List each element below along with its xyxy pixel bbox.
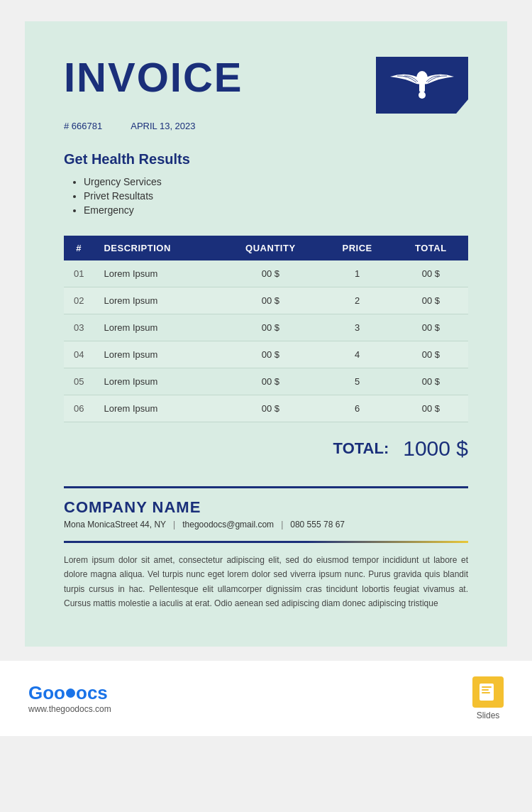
cell-qty: 00 $ bbox=[220, 395, 321, 422]
svg-rect-5 bbox=[482, 689, 489, 691]
list-item: Emergency bbox=[84, 204, 468, 216]
cell-price: 1 bbox=[321, 260, 394, 287]
col-header-desc: DESCRIPTION bbox=[94, 236, 219, 260]
table-row: 03 Lorem Ipsum 00 $ 3 00 $ bbox=[64, 314, 468, 341]
svg-rect-4 bbox=[482, 686, 492, 688]
company-name: COMPANY NAME bbox=[64, 498, 468, 517]
cell-qty: 00 $ bbox=[220, 287, 321, 314]
cell-desc: Lorem Ipsum bbox=[94, 395, 219, 422]
slides-file-icon bbox=[472, 676, 504, 708]
svg-point-2 bbox=[419, 92, 426, 99]
service-list: Urgency Services Privet Resultats Emerge… bbox=[64, 176, 468, 216]
cell-qty: 00 $ bbox=[220, 314, 321, 341]
invoice-table: # DESCRIPTION QUANTITY PRICE TOTAL 01 Lo… bbox=[64, 236, 468, 422]
col-header-total: TOTAL bbox=[394, 236, 468, 260]
cell-qty: 00 $ bbox=[220, 368, 321, 395]
cell-desc: Lorem Ipsum bbox=[94, 287, 219, 314]
divider-line bbox=[64, 541, 468, 543]
cell-price: 2 bbox=[321, 287, 394, 314]
col-header-qty: QUANTITY bbox=[220, 236, 321, 260]
cell-qty: 00 $ bbox=[220, 341, 321, 368]
col-header-num: # bbox=[64, 236, 94, 260]
brand-d-circle bbox=[66, 688, 75, 698]
cell-total: 00 $ bbox=[394, 314, 468, 341]
invoice-number: # 666781 bbox=[64, 121, 102, 131]
brand-docs: ocs bbox=[76, 682, 108, 704]
cell-price: 3 bbox=[321, 314, 394, 341]
table-row: 04 Lorem Ipsum 00 $ 4 00 $ bbox=[64, 341, 468, 368]
slides-svg-icon bbox=[478, 682, 498, 702]
cell-total: 00 $ bbox=[394, 260, 468, 287]
company-details: Mona MonicaStreet 44, NY | thegoodocs@gm… bbox=[64, 520, 468, 530]
company-email: thegoodocs@gmail.com bbox=[182, 520, 274, 530]
cell-desc: Lorem Ipsum bbox=[94, 368, 219, 395]
total-value: 1000 $ bbox=[403, 437, 468, 461]
table-header-row: # DESCRIPTION QUANTITY PRICE TOTAL bbox=[64, 236, 468, 260]
table-body: 01 Lorem Ipsum 00 $ 1 00 $ 02 Lorem Ipsu… bbox=[64, 260, 468, 422]
separator: | bbox=[173, 520, 175, 530]
list-item: Privet Resultats bbox=[84, 190, 468, 202]
cell-price: 4 bbox=[321, 341, 394, 368]
list-item: Urgency Services bbox=[84, 176, 468, 187]
total-label: TOTAL: bbox=[333, 439, 389, 458]
invoice-card: INVOICE bbox=[25, 21, 507, 647]
invoice-date: APRIL 13, 2023 bbox=[131, 121, 195, 131]
goodocs-brand-name: Gooocs bbox=[28, 682, 111, 704]
company-phone: 080 555 78 67 bbox=[290, 520, 345, 530]
logo-bird-icon bbox=[387, 64, 458, 106]
total-row: TOTAL: 1000 $ bbox=[64, 437, 468, 461]
svg-rect-1 bbox=[419, 82, 425, 92]
cell-total: 00 $ bbox=[394, 341, 468, 368]
slides-label: Slides bbox=[477, 710, 500, 720]
cell-desc: Lorem Ipsum bbox=[94, 341, 219, 368]
brand-goo: Goo bbox=[28, 682, 65, 704]
table-row: 01 Lorem Ipsum 00 $ 1 00 $ bbox=[64, 260, 468, 287]
cell-desc: Lorem Ipsum bbox=[94, 314, 219, 341]
invoice-header: INVOICE bbox=[64, 57, 468, 114]
footer-text: Lorem ipsum dolor sit amet, consectetur … bbox=[64, 553, 468, 611]
invoice-logo bbox=[376, 57, 468, 114]
cell-num: 04 bbox=[64, 341, 94, 368]
cell-num: 01 bbox=[64, 260, 94, 287]
company-section: COMPANY NAME Mona MonicaStreet 44, NY | … bbox=[64, 486, 468, 530]
table-row: 06 Lorem Ipsum 00 $ 6 00 $ bbox=[64, 395, 468, 422]
goodocs-logo: Gooocs www.thegoodocs.com bbox=[28, 682, 111, 714]
page-wrapper: INVOICE bbox=[0, 0, 532, 736]
cell-qty: 00 $ bbox=[220, 260, 321, 287]
slides-icon-block: Slides bbox=[472, 676, 504, 720]
cell-total: 00 $ bbox=[394, 368, 468, 395]
cell-price: 5 bbox=[321, 368, 394, 395]
svg-rect-6 bbox=[482, 692, 490, 693]
cell-num: 06 bbox=[64, 395, 94, 422]
invoice-title: INVOICE bbox=[64, 57, 243, 98]
col-header-price: PRICE bbox=[321, 236, 394, 260]
table-row: 02 Lorem Ipsum 00 $ 2 00 $ bbox=[64, 287, 468, 314]
invoice-meta: # 666781 APRIL 13, 2023 bbox=[64, 121, 468, 131]
goodocs-website: www.thegoodocs.com bbox=[28, 704, 111, 714]
cell-desc: Lorem Ipsum bbox=[94, 260, 219, 287]
section-title: Get Health Results bbox=[64, 151, 468, 168]
cell-total: 00 $ bbox=[394, 395, 468, 422]
bottom-bar: Gooocs www.thegoodocs.com Slides bbox=[0, 661, 532, 736]
company-address: Mona MonicaStreet 44, NY bbox=[64, 520, 166, 530]
table-row: 05 Lorem Ipsum 00 $ 5 00 $ bbox=[64, 368, 468, 395]
cell-num: 02 bbox=[64, 287, 94, 314]
cell-num: 03 bbox=[64, 314, 94, 341]
cell-total: 00 $ bbox=[394, 287, 468, 314]
cell-num: 05 bbox=[64, 368, 94, 395]
table-header: # DESCRIPTION QUANTITY PRICE TOTAL bbox=[64, 236, 468, 260]
cell-price: 6 bbox=[321, 395, 394, 422]
separator: | bbox=[281, 520, 283, 530]
invoice-title-block: INVOICE bbox=[64, 57, 243, 98]
